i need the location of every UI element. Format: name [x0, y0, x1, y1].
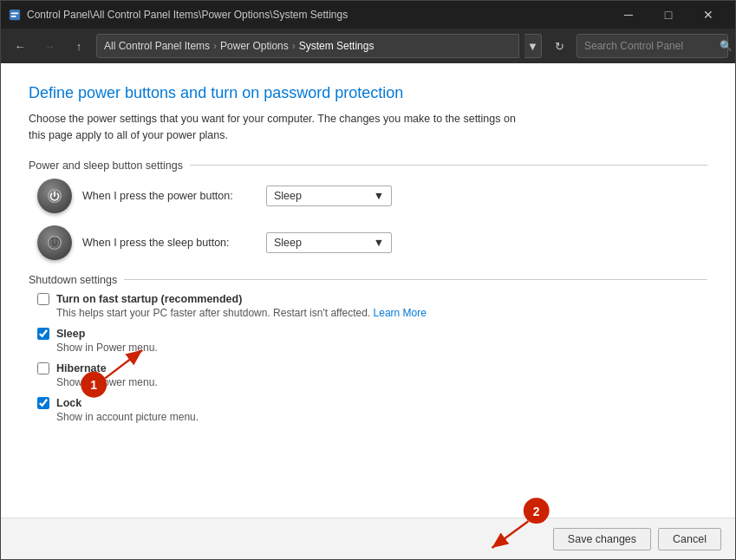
- power-sleep-section: Power and sleep button settings When I p…: [29, 160, 707, 260]
- sleep-button-value: Sleep: [274, 237, 302, 249]
- breadcrumb-system-settings: System Settings: [299, 40, 375, 52]
- power-button-label: When I press the power button:: [82, 190, 256, 202]
- lock-checkbox[interactable]: [37, 397, 49, 409]
- window-title: Control Panel\All Control Panel Items\Po…: [27, 9, 609, 21]
- sleep-button-row: When I press the sleep button: Sleep ▼: [29, 225, 707, 260]
- search-icon: 🔍: [720, 40, 733, 52]
- address-bar: ← → ↑ All Control Panel Items › Power Op…: [1, 29, 735, 63]
- hibernate-sub: Show in Power menu.: [37, 376, 707, 388]
- lock-label[interactable]: Lock: [56, 397, 81, 409]
- power-button-icon: [37, 179, 72, 213]
- svg-rect-2: [11, 16, 16, 17]
- minimize-button[interactable]: ─: [609, 1, 648, 29]
- power-button-dropdown[interactable]: Sleep ▼: [266, 186, 392, 206]
- search-input[interactable]: [584, 40, 714, 52]
- fast-startup-label[interactable]: Turn on fast startup (recommended): [56, 293, 242, 305]
- search-box: 🔍: [576, 34, 728, 58]
- breadcrumb-all-control-panel: All Control Panel Items: [104, 40, 210, 52]
- sleep-button-arrow: ▼: [374, 237, 384, 249]
- lock-sub: Show in account picture menu.: [37, 411, 707, 423]
- refresh-button[interactable]: ↻: [547, 34, 571, 58]
- back-button[interactable]: ←: [8, 34, 32, 58]
- page-description: Choose the power settings that you want …: [29, 111, 531, 144]
- fast-startup-main: Turn on fast startup (recommended): [37, 293, 707, 305]
- sleep-sub: Show in Power menu.: [37, 342, 707, 354]
- hibernate-row: Hibernate Show in Power menu.: [29, 362, 707, 388]
- sleep-row: Sleep Show in Power menu.: [29, 328, 707, 354]
- lock-main: Lock: [37, 397, 707, 409]
- breadcrumb-power-options: Power Options: [220, 40, 289, 52]
- maximize-button[interactable]: □: [648, 1, 688, 29]
- address-field[interactable]: All Control Panel Items › Power Options …: [96, 34, 519, 58]
- main-area: Define power buttons and turn on passwor…: [1, 63, 735, 559]
- sleep-checkbox[interactable]: [37, 328, 49, 340]
- bottom-bar: Save changes Cancel: [1, 518, 735, 559]
- save-changes-button[interactable]: Save changes: [553, 528, 651, 550]
- up-button[interactable]: ↑: [67, 34, 91, 58]
- sleep-button-label: When I press the sleep button:: [82, 237, 256, 249]
- power-button-value: Sleep: [274, 190, 302, 202]
- power-sleep-section-header: Power and sleep button settings: [29, 160, 707, 172]
- fast-startup-sub: This helps start your PC faster after sh…: [37, 307, 707, 319]
- title-bar: Control Panel\All Control Panel Items\Po…: [1, 1, 735, 29]
- sleep-main: Sleep: [37, 328, 707, 340]
- fast-startup-checkbox[interactable]: [37, 293, 49, 305]
- svg-rect-1: [11, 12, 19, 14]
- power-button-arrow: ▼: [374, 190, 384, 202]
- window-icon: [8, 8, 22, 22]
- hibernate-label[interactable]: Hibernate: [56, 362, 107, 374]
- shutdown-section: Shutdown settings Turn on fast startup (…: [29, 274, 707, 423]
- title-bar-buttons: ─ □ ✕: [609, 1, 728, 29]
- page-title: Define power buttons and turn on passwor…: [29, 84, 707, 102]
- fast-startup-row: Turn on fast startup (recommended) This …: [29, 293, 707, 319]
- sleep-button-dropdown[interactable]: Sleep ▼: [266, 232, 392, 253]
- hibernate-main: Hibernate: [37, 362, 707, 374]
- cancel-button[interactable]: Cancel: [658, 528, 721, 550]
- sleep-button-icon: [37, 225, 72, 260]
- svg-rect-0: [10, 10, 20, 20]
- forward-button[interactable]: →: [37, 34, 62, 58]
- shutdown-section-header: Shutdown settings: [29, 274, 707, 286]
- address-dropdown[interactable]: ▼: [524, 34, 542, 58]
- power-button-row: When I press the power button: Sleep ▼: [29, 179, 707, 213]
- close-button[interactable]: ✕: [688, 1, 728, 29]
- window: Control Panel\All Control Panel Items\Po…: [0, 0, 736, 560]
- lock-row: Lock Show in account picture menu.: [29, 397, 707, 423]
- content: Define power buttons and turn on passwor…: [1, 63, 735, 518]
- learn-more-link[interactable]: Learn More: [374, 307, 427, 319]
- sleep-label[interactable]: Sleep: [56, 328, 85, 340]
- hibernate-checkbox[interactable]: [37, 362, 49, 374]
